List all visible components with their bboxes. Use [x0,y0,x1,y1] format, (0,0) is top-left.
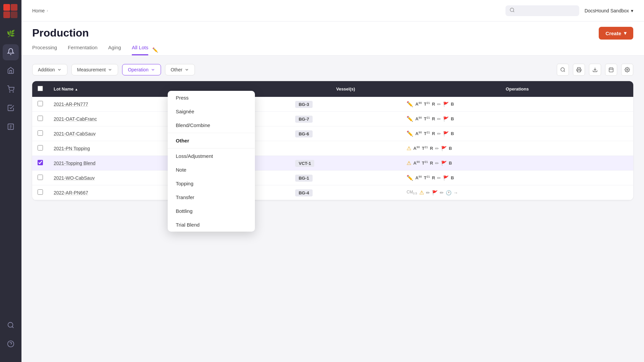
dropdown-item-blend[interactable]: Blend/Combine [168,118,255,132]
topbar-right: DocsHound Sandbox ▾ [505,5,633,16]
row4-ops: ⚠ A90 T21 R ✏ 🚩 B [401,141,633,156]
row5-vessel-tag: VCT-1 [295,160,314,167]
row5-op-b: B [449,161,452,166]
tab-fermentation[interactable]: Fermentation [68,45,97,55]
row7-op-pencil2: ✏ [440,190,444,195]
operation-dropdown: Press Saignée Blend/Combine Other Loss/A… [168,91,255,232]
tab-edit-icon[interactable]: ✏️ [152,47,158,53]
svg-point-16 [561,68,565,71]
sidebar-item-search[interactable] [3,318,19,334]
row1-op-r: R [432,102,435,107]
row4-op-r: R [430,146,433,151]
row6-op-r: R [432,175,435,180]
filter-measurement[interactable]: Measurement [71,64,118,75]
cart-icon [7,85,14,95]
row5-ops: ⚠ A90 T21 R ✏ 🚩 B [401,156,633,171]
sidebar-item-leaf[interactable]: 🌿 [3,25,19,42]
sidebar-item-cart[interactable] [3,82,19,98]
row3-op-a: A90 [415,131,422,136]
row5-checkbox[interactable] [38,160,43,165]
download-button[interactable] [589,64,601,76]
row6-op-t: T21 [424,175,430,180]
lots-table-container: Lot Name ▲ Vessel(s) Operations [32,81,633,200]
row7-checkbox[interactable] [38,189,43,195]
svg-line-15 [513,11,514,12]
dropdown-item-other[interactable]: Other [168,134,255,147]
create-button[interactable]: Create ▾ [599,27,633,40]
search-filter-button[interactable] [557,64,569,76]
sidebar-item-tasks[interactable] [3,101,19,117]
row7-lot-link[interactable]: 2022-AR-PN667 [54,190,88,195]
other-chevron-icon [184,67,189,72]
global-search[interactable] [505,5,579,16]
tab-processing[interactable]: Processing [32,45,57,55]
row7-op-clock: 🕐 [446,190,451,195]
dropdown-item-saignee[interactable]: Saignée [168,105,255,118]
row3-op-flag: 🚩 [443,131,449,136]
calendar-button[interactable] [605,64,617,76]
row2-checkbox[interactable] [38,116,43,121]
row6-ops: ✏️ A90 T21 R ✏ 🚩 B [401,171,633,185]
sidebar-item-home[interactable] [3,63,19,79]
row6-checkbox[interactable] [38,175,43,180]
filter-operation[interactable]: Operation [122,64,161,75]
filters-row: Addition Measurement Operation Other [32,64,633,76]
sidebar-item-help[interactable] [3,337,19,353]
account-selector[interactable]: DocsHound Sandbox ▾ [585,8,633,13]
row5-lot-link[interactable]: 2021-Topping Blend [54,161,96,166]
row5-op-flag: 🚩 [441,161,447,166]
row1-op-pencil: ✏ [437,102,441,107]
settings-button[interactable] [621,64,633,76]
row2-op-pencil: ✏ [437,116,441,122]
row6-op-pencil: ✏ [437,175,441,181]
filter-measurement-label: Measurement [77,67,106,72]
dropdown-item-press[interactable]: Press [168,91,255,105]
row4-op-a: A90 [413,145,420,151]
row1-op-flag: 🚩 [443,102,449,107]
header-sort [250,81,290,97]
create-chevron-icon: ▾ [624,30,627,36]
search-input[interactable] [518,8,575,13]
tab-all-lots[interactable]: All Lots [132,45,148,55]
tab-aging[interactable]: Aging [108,45,121,55]
row1-op-t: T21 [424,101,430,107]
breadcrumb-home[interactable]: Home [32,8,45,13]
svg-rect-18 [578,70,580,72]
calendar-icon [608,67,614,72]
dropdown-item-loss[interactable]: Loss/Adjustment [168,149,255,163]
filter-addition[interactable]: Addition [32,64,67,75]
row1-op-b: B [451,102,454,107]
svg-rect-0 [3,4,10,11]
row3-checkbox[interactable] [38,130,43,136]
row4-warning-icon: ⚠ [407,145,411,152]
row1-lot-link[interactable]: 2021-AR-PN777 [54,102,88,107]
svg-point-14 [510,8,514,12]
dropdown-item-note[interactable]: Note [168,163,255,177]
row2-lot-link[interactable]: 2021-OAT-CabFranc [54,116,97,122]
row4-lot-link[interactable]: 2021-PN Topping [54,146,90,151]
row1-extra [250,97,290,112]
filter-other[interactable]: Other [165,64,195,75]
row6-op-a: A90 [415,175,422,180]
print-button[interactable] [573,64,585,76]
sidebar: 🌿 [0,0,21,362]
dropdown-item-trial-blend[interactable]: Trial Blend [168,218,255,232]
sidebar-item-alerts[interactable] [3,44,19,60]
print-icon [576,67,582,72]
dropdown-item-bottling[interactable]: Bottling [168,204,255,218]
download-icon [592,67,598,72]
select-all-checkbox[interactable] [38,86,43,91]
row6-lot-link[interactable]: 2021-WO-CabSauv [54,175,95,181]
dropdown-item-transfer[interactable]: Transfer [168,190,255,204]
row3-lot-link[interactable]: 2021-OAT-CabSauv [54,131,96,136]
sidebar-item-reports[interactable] [3,119,19,135]
row4-op-b: B [449,146,452,151]
row1-vessel-tag: BG-3 [295,101,312,108]
row1-checkbox[interactable] [38,101,43,106]
row4-checkbox[interactable] [38,145,43,150]
app-logo[interactable] [3,4,18,19]
svg-rect-2 [3,11,10,18]
table-row: 2021-WO-CabSauv BG-1 ✏️ A90 T21 R ✏ 🚩 [32,171,633,185]
account-name: DocsHound Sandbox [585,8,629,13]
dropdown-item-topping[interactable]: Topping [168,177,255,190]
